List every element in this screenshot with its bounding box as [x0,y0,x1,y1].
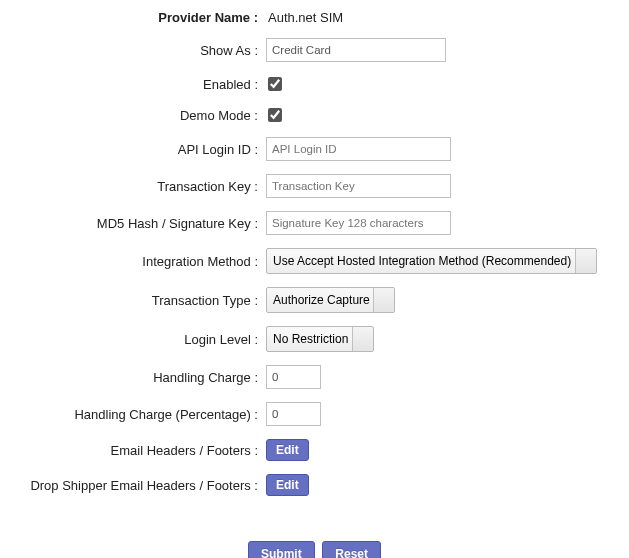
md5-row: MD5 Hash / Signature Key : [8,211,621,235]
dropship-hf-edit-button[interactable]: Edit [266,474,309,496]
api-login-label: API Login ID : [8,142,266,157]
integration-label: Integration Method : [8,254,266,269]
demo-checkbox[interactable] [268,108,282,122]
md5-label: MD5 Hash / Signature Key : [8,216,266,231]
show-as-row: Show As : [8,38,621,62]
handling-pct-row: Handling Charge (Percentage) : [8,402,621,426]
login-level-select[interactable]: No Restriction [266,326,374,352]
provider-name-label: Provider Name : [8,10,266,25]
submit-button[interactable]: Submit [248,541,315,558]
dropship-hf-row: Drop Shipper Email Headers / Footers : E… [8,474,621,496]
transaction-key-row: Transaction Key : [8,174,621,198]
enabled-label: Enabled : [8,77,266,92]
demo-row: Demo Mode : [8,106,621,124]
transaction-key-input[interactable] [266,174,451,198]
transaction-type-label: Transaction Type : [8,293,266,308]
reset-button[interactable]: Reset [322,541,381,558]
integration-select[interactable]: Use Accept Hosted Integration Method (Re… [266,248,597,274]
enabled-row: Enabled : [8,75,621,93]
handling-label: Handling Charge : [8,370,266,385]
enabled-checkbox[interactable] [268,77,282,91]
handling-pct-label: Handling Charge (Percentage) : [8,407,266,422]
provider-name-row: Provider Name : Auth.net SIM [8,10,621,25]
transaction-type-select[interactable]: Authorize Capture [266,287,395,313]
md5-input[interactable] [266,211,451,235]
login-level-row: Login Level : No Restriction ▾ [8,326,621,352]
handling-input[interactable] [266,365,321,389]
api-login-input[interactable] [266,137,451,161]
email-hf-edit-button[interactable]: Edit [266,439,309,461]
dropship-hf-label: Drop Shipper Email Headers / Footers : [8,478,266,493]
handling-row: Handling Charge : [8,365,621,389]
provider-form: Provider Name : Auth.net SIM Show As : E… [8,10,621,558]
integration-select-wrap: Use Accept Hosted Integration Method (Re… [266,248,597,274]
transaction-type-select-wrap: Authorize Capture ▾ [266,287,395,313]
show-as-label: Show As : [8,43,266,58]
integration-row: Integration Method : Use Accept Hosted I… [8,248,621,274]
transaction-key-label: Transaction Key : [8,179,266,194]
handling-pct-input[interactable] [266,402,321,426]
email-hf-label: Email Headers / Footers : [8,443,266,458]
email-hf-row: Email Headers / Footers : Edit [8,439,621,461]
login-level-label: Login Level : [8,332,266,347]
show-as-input[interactable] [266,38,446,62]
provider-name-value: Auth.net SIM [266,10,343,25]
action-row: Submit Reset [8,541,621,558]
api-login-row: API Login ID : [8,137,621,161]
login-level-select-wrap: No Restriction ▾ [266,326,374,352]
demo-label: Demo Mode : [8,108,266,123]
transaction-type-row: Transaction Type : Authorize Capture ▾ [8,287,621,313]
